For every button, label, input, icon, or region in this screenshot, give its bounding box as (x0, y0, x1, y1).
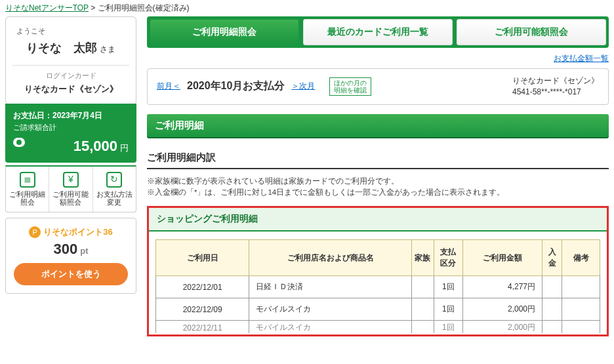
payment-total-label: ご請求額合計 (13, 123, 129, 132)
notes: ※家族欄に数字が表示されている明細は家族カードでのご利用分です。 ※入金欄の「*… (147, 176, 609, 199)
payment-date: お支払日：2023年7月4日 (13, 110, 129, 121)
sub-header-breakdown: ご利用明細内訳 (147, 148, 609, 169)
th-amount: ご利用金額 (462, 240, 542, 276)
tab-recent[interactable]: 最近のカードご利用一覧 (303, 19, 453, 45)
th-date: ご利用日 (156, 240, 249, 276)
shopping-header: ショッピングご利用明細 (149, 208, 607, 232)
action-available[interactable]: ¥ ご利用可能額照会 (49, 167, 92, 212)
next-month-link[interactable]: ＞次月 (291, 81, 315, 92)
th-type: 支払区分 (434, 240, 462, 276)
eye-icon[interactable] (13, 138, 25, 147)
point-coin-icon: P (29, 226, 41, 238)
th-shop: ご利用店名および商品名 (249, 240, 412, 276)
payment-amount: 15,000円 (13, 138, 129, 155)
point-value: 300pt (14, 241, 128, 258)
table-row: 2022/12/01 日経ＩＤ決済 1回 4,277円 (156, 276, 600, 298)
point-brand: りそなポイント36 (43, 227, 112, 237)
action-grid: ≣ ご利用明細照会 ¥ ご利用可能額照会 ↻ お支払方法変更 (5, 165, 136, 212)
th-family: 家族 (411, 240, 434, 276)
month-selector: 前月＜ 2020年10月お支払分 ＞次月 ほかの月の明細を確認 りそなカード《セ… (147, 68, 609, 105)
welcome-label: ようこそ (12, 26, 129, 36)
table-row-cutoff: 2022/12/11 モバイルスイカ 1回 2,000円 (156, 321, 600, 334)
prev-month-link[interactable]: 前月＜ (157, 81, 180, 92)
detail-table: ご利用日 ご利用店名および商品名 家族 支払区分 ご利用金額 入金 備考 202… (155, 239, 600, 333)
payment-summary: お支払日：2023年7月4日 ご請求額合計 15,000円 (5, 104, 136, 163)
points-box: Pりそなポイント36 300pt ポイントを使う (5, 218, 136, 294)
breadcrumb-top-link[interactable]: りそなNetアンサーTOP (5, 3, 89, 12)
breadcrumb-current: ご利用明細照会(確定済み) (98, 3, 190, 12)
login-card-label: ログインカード (12, 71, 129, 81)
section-header-statement: ご利用明細 (147, 114, 609, 138)
login-card-name: りそなカード《セゾン》 (12, 83, 129, 95)
th-note: 備考 (562, 240, 600, 276)
breadcrumb: りそなNetアンサーTOP > ご利用明細照会(確定済み) (0, 0, 614, 16)
statement-icon: ≣ (20, 172, 35, 188)
th-pay: 入金 (542, 240, 562, 276)
yen-icon: ¥ (63, 172, 79, 188)
card-info: りそなカード《セゾン》 4541-58**-****-*017 (512, 75, 599, 98)
month-title: 2020年10月お支払分 (187, 79, 285, 93)
tab-statement[interactable]: ご利用明細照会 (150, 19, 299, 45)
action-paymethod[interactable]: ↻ お支払方法変更 (92, 167, 136, 212)
other-month-button[interactable]: ほかの月の明細を確認 (329, 77, 371, 96)
table-row: 2022/12/09 モバイルスイカ 1回 2,000円 (156, 298, 600, 321)
table-header-row: ご利用日 ご利用店名および商品名 家族 支払区分 ご利用金額 入金 備考 (156, 240, 600, 276)
highlighted-frame: ショッピングご利用明細 ご利用日 ご利用店名および商品名 家族 支払区分 ご利用… (147, 206, 609, 336)
user-card: ようこそ りそな 太郎さま ログインカード りそなカード《セゾン》 (5, 16, 136, 105)
payment-list-link[interactable]: お支払金額一覧 (554, 54, 609, 63)
use-points-button[interactable]: ポイントを使う (14, 263, 128, 285)
main-tabs: ご利用明細照会 最近のカードご利用一覧 ご利用可能額照会 (147, 16, 609, 48)
user-name: りそな 太郎さま (12, 40, 129, 56)
tab-available[interactable]: ご利用可能額照会 (457, 19, 606, 45)
cycle-icon: ↻ (106, 172, 122, 188)
action-statement[interactable]: ≣ ご利用明細照会 (6, 167, 49, 212)
